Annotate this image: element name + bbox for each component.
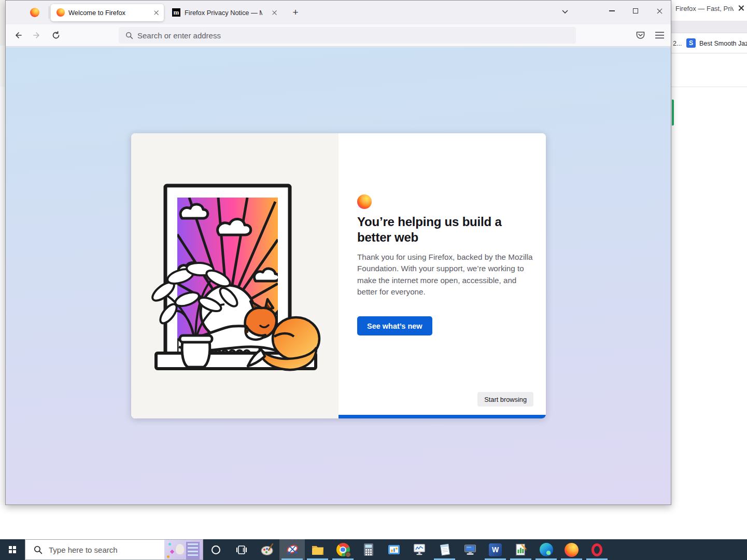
start-button[interactable] <box>0 539 25 560</box>
firefox-app-icon <box>30 8 39 17</box>
menu-button[interactable] <box>651 27 668 44</box>
statue-art <box>176 544 184 554</box>
edge-icon <box>540 543 553 556</box>
list-all-tabs-icon[interactable] <box>561 9 569 14</box>
presentation-icon <box>387 543 401 556</box>
task-view-button[interactable] <box>229 539 254 560</box>
maximize-button[interactable] <box>624 1 647 21</box>
tab-welcome-to-firefox[interactable]: Welcome to Firefox <box>51 4 164 21</box>
taskbar-app-edge[interactable] <box>533 539 559 560</box>
remote-desktop-icon <box>463 543 477 556</box>
taskbar-app-calculator[interactable] <box>356 539 381 560</box>
background-green-button-edge <box>672 100 674 125</box>
firefox-window: Welcome to Firefox m Firefox Privacy Not… <box>5 0 671 505</box>
navigation-toolbar: Search or enter address <box>6 24 671 47</box>
file-explorer-icon <box>311 543 325 556</box>
search-icon <box>125 32 133 39</box>
taskbar-app-paint[interactable] <box>254 539 279 560</box>
taskbar-app-chrome[interactable] <box>330 539 356 560</box>
tab-title: Welcome to Firefox <box>68 9 146 17</box>
windows-logo-icon <box>9 546 17 554</box>
firefox-icon <box>565 543 579 557</box>
minimize-icon <box>609 10 615 11</box>
start-browsing-button[interactable]: Start browsing <box>477 392 533 407</box>
background-window-left-edge <box>0 0 5 539</box>
opera-icon <box>591 543 602 556</box>
firefox-logo <box>357 194 372 209</box>
taskbar-app-steps-recorder[interactable] <box>508 539 533 560</box>
browser-content-area: You’re helping us build a better web Tha… <box>6 47 671 505</box>
close-button[interactable] <box>647 1 671 21</box>
reload-button[interactable] <box>48 27 64 44</box>
address-bar-placeholder: Search or enter address <box>137 31 221 40</box>
tab-title: Firefox Privacy Notice — Mozilla <box>185 9 262 17</box>
taskbar-app-snipping-tool[interactable] <box>279 539 305 560</box>
onboarding-card: You’re helping us build a better web Tha… <box>131 133 546 418</box>
desktop: Firefox — Fast, Private 2... S Best Smoo… <box>0 0 747 560</box>
taskbar-app-file-explorer[interactable] <box>305 539 330 560</box>
taskbar-app-opera[interactable] <box>584 539 610 560</box>
taskbar-app-firefox[interactable] <box>559 539 584 560</box>
tab-close-icon[interactable] <box>271 9 278 16</box>
onboarding-heading: You’re helping us build a better web <box>357 214 513 245</box>
snipping-tool-icon <box>286 543 299 556</box>
cortana-button[interactable] <box>203 539 229 560</box>
hamburger-menu-icon <box>655 32 664 39</box>
bookmark-favicon: S <box>686 38 696 48</box>
taskbar-app-presentation[interactable] <box>381 539 406 560</box>
steps-recorder-icon <box>514 543 528 556</box>
taskbar-app-performance-monitor[interactable] <box>406 539 432 560</box>
decor-dot <box>167 555 170 558</box>
fox-window-illustration <box>131 133 339 418</box>
taskbar-search-box[interactable]: Type here to search <box>25 539 203 560</box>
maximize-icon <box>633 8 638 13</box>
tab-privacy-notice[interactable]: m Firefox Privacy Notice — Mozilla <box>166 4 282 21</box>
windows-taskbar: Type here to search <box>0 539 747 560</box>
paint-icon <box>260 543 274 556</box>
calculator-icon <box>363 543 374 556</box>
search-highlight-image[interactable] <box>164 540 203 559</box>
background-bookmarks-bar: 2... S Best Smooth Jazz <box>671 33 747 53</box>
reload-icon <box>51 31 61 40</box>
task-view-icon <box>236 545 247 554</box>
onboarding-progress-bar <box>339 415 546 418</box>
decor-dot <box>170 550 174 554</box>
taskbar-app-notepad[interactable] <box>432 539 457 560</box>
building-art <box>186 542 200 559</box>
background-tab-title[interactable]: Firefox — Fast, Private <box>675 5 734 12</box>
see-whats-new-button[interactable]: See what’s new <box>357 316 432 335</box>
pocket-button[interactable] <box>632 27 649 44</box>
address-bar[interactable]: Search or enter address <box>119 27 576 44</box>
forward-icon <box>32 31 41 40</box>
background-browser-window: Firefox — Fast, Private 2... S Best Smoo… <box>671 0 747 539</box>
chrome-icon <box>336 543 350 556</box>
bookmark-overflow-item[interactable]: 2... <box>673 40 682 47</box>
profile-badge <box>345 552 351 557</box>
bookmark-item[interactable]: Best Smooth Jazz <box>699 40 747 47</box>
background-tab-close-icon[interactable] <box>738 5 744 11</box>
new-tab-button[interactable]: + <box>288 5 303 20</box>
pocket-icon <box>636 31 645 40</box>
illustration-pane <box>131 133 339 418</box>
search-placeholder: Type here to search <box>49 545 118 554</box>
tab-bar: Welcome to Firefox m Firefox Privacy Not… <box>6 1 671 24</box>
taskbar-app-remote-desktop[interactable] <box>457 539 483 560</box>
search-icon <box>34 545 43 554</box>
cortana-icon <box>212 545 220 554</box>
back-button[interactable] <box>10 27 26 44</box>
onboarding-body-text: Thank you for using Firefox, backed by t… <box>357 251 533 298</box>
performance-monitor-icon <box>413 543 426 556</box>
taskbar-app-word[interactable]: W <box>483 539 508 560</box>
notepad-icon <box>438 543 452 556</box>
back-icon <box>13 31 23 40</box>
mozilla-favicon-icon: m <box>172 8 180 17</box>
installer-window-bottom: Having trouble? Get help with your insta… <box>0 505 747 539</box>
minimize-button[interactable] <box>600 1 624 21</box>
forward-button[interactable] <box>29 27 45 44</box>
decor-dot <box>168 543 171 545</box>
tab-close-icon[interactable] <box>153 9 160 16</box>
onboarding-content-pane: You’re helping us build a better web Tha… <box>339 133 546 418</box>
background-address-bar <box>671 21 747 33</box>
word-icon: W <box>489 543 502 556</box>
close-icon <box>656 8 663 15</box>
